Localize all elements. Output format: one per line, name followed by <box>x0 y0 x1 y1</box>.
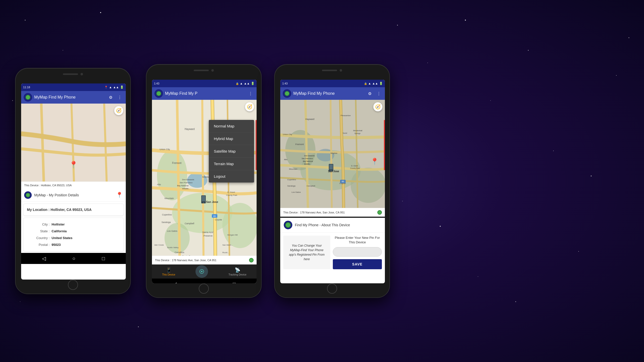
dropdown-hybrid-map[interactable]: Hybrid Map <box>209 132 254 145</box>
speaker-3 <box>322 70 337 71</box>
dropdown-logout[interactable]: Logout <box>209 170 254 183</box>
phone-3-dialog-left: You Can Change Your MyMap-Find Your Phon… <box>283 236 330 269</box>
svg-rect-102 <box>329 164 333 169</box>
recents-icon-2[interactable]: □ <box>233 281 236 284</box>
phone-1-map: 🧭 📍 <box>21 104 126 182</box>
dropdown-normal-map[interactable]: Normal Map <box>209 120 254 132</box>
svg-text:Hayward: Hayward <box>305 118 314 120</box>
svg-text:Don Edwards: Don Edwards <box>304 155 315 157</box>
phone-3-map-pin: 📍 <box>371 158 379 165</box>
svg-point-10 <box>465 20 466 21</box>
lock-icon-3: 🔒 <box>364 82 367 85</box>
phone-2-more-icon[interactable]: ⋮ <box>247 90 254 97</box>
phone-2-fab[interactable] <box>195 265 208 278</box>
phone-1-sheet-logo-inner <box>26 193 30 197</box>
phone-3-settings-icon[interactable]: ⚙ <box>366 90 373 97</box>
phone-3-home-btn[interactable] <box>327 284 337 294</box>
phone-2-this-device-tab[interactable]: 📱 This Device <box>162 267 175 276</box>
home-icon-2[interactable]: ○ <box>203 281 206 284</box>
svg-text:Hayward: Hayward <box>185 128 194 130</box>
phone-2-tracking-tab[interactable]: 📡 Tracking Device <box>228 267 246 276</box>
svg-text:D. Grant: D. Grant <box>227 191 235 193</box>
phone-3-notch <box>322 69 342 72</box>
phone-3-map: Hayward Pleasanton Union City Sunol Mend… <box>280 100 385 208</box>
phone-2-bottom-nav: 📱 This Device 📡 Tracking Device <box>152 264 257 279</box>
svg-point-75 <box>351 168 385 203</box>
lock-icon-2: 🔒 <box>236 82 239 85</box>
phone-1-compass-btn[interactable]: 🧭 <box>114 106 123 115</box>
back-icon-1[interactable]: ◁ <box>42 255 46 261</box>
phone-1-more-icon[interactable]: ⋮ <box>116 94 123 101</box>
phone-1-settings-icon[interactable]: ⚙ <box>107 94 114 101</box>
phone-1-map-pin: 📍 <box>69 161 78 169</box>
phone-3-pin-input-container[interactable] <box>333 247 382 257</box>
phone-1-status-icons: 📍 ▲ ▲▲ 🔋 <box>104 85 124 89</box>
phone-3-save-btn[interactable]: SAVE <box>333 259 382 269</box>
phone-2-device-marker <box>201 195 206 205</box>
phone-2-status-bar: 1:43 🔒 ▲ ▲▲ 🔋 <box>152 80 257 87</box>
phone-2-location-bar: This Device : 178 Narvaez Ave, San Jose,… <box>152 256 257 264</box>
back-icon-2[interactable]: ◁ <box>173 281 177 283</box>
phone-1-sheet-title: MyMap - My Position Details <box>34 193 79 197</box>
phone-3-compass-btn[interactable]: 🧭 <box>373 102 382 111</box>
signal-icon-3: ▲▲ <box>372 82 378 85</box>
svg-text:Union City: Union City <box>159 148 170 151</box>
phone-1-city-row: City : Hollister <box>27 221 120 228</box>
phone-3-location-bar: This Device : 178 Narvaez Ave, San Jose,… <box>280 208 385 217</box>
svg-point-34 <box>165 223 190 253</box>
svg-text:Los Gatos: Los Gatos <box>167 230 178 232</box>
svg-text:Mountain: Mountain <box>289 168 297 170</box>
phone-1-details-card: City : Hollister State : California Coun… <box>23 218 124 251</box>
phone-2-dropdown: Normal Map Hybrid Map Satellite Map Terr… <box>209 120 254 183</box>
phone-1-country-value: United States <box>52 236 72 240</box>
phone-1-logo-inner <box>25 95 30 100</box>
svg-point-33 <box>222 203 257 248</box>
svg-point-11 <box>490 100 491 101</box>
svg-text:Sierra Azul: Sierra Azul <box>202 231 213 234</box>
svg-text:lder Creek: lder Creek <box>154 244 164 246</box>
phone-3-device-marker <box>329 164 334 173</box>
phone-3-more-icon[interactable]: ⋮ <box>375 90 382 97</box>
recents-icon-1[interactable]: □ <box>102 256 105 261</box>
home-icon-1[interactable]: ○ <box>72 256 75 261</box>
svg-text:Santa Cruz: Santa Cruz <box>182 255 194 256</box>
phone-2-time: 1:43 <box>154 82 159 85</box>
phone-3-map-svg: Hayward Pleasanton Union City Sunol Mend… <box>280 100 385 208</box>
svg-point-26 <box>138 327 139 327</box>
phone-3-pin-input[interactable] <box>333 247 382 256</box>
svg-point-15 <box>616 75 617 76</box>
dropdown-terrain-map[interactable]: Terrain Map <box>209 158 254 170</box>
phone-1-home-btn[interactable] <box>68 280 78 290</box>
svg-text:Cupertino: Cupertino <box>162 213 172 216</box>
phone-1-sheet-logo <box>24 191 32 199</box>
phone-3: 1:43 🔒 ▲ ▲▲ 🔋 MyMap Find My Phone ⚙ ⋮ <box>274 64 390 298</box>
phone-1-sheet-pin: 📍 <box>116 192 123 198</box>
tracking-device-icon: 📡 <box>235 267 240 273</box>
svg-text:Los Gatos: Los Gatos <box>292 191 301 193</box>
phone-3-toolbar: ⚙ ⋮ <box>366 90 382 97</box>
svg-point-71 <box>201 271 203 272</box>
location-icon: 📍 <box>104 86 108 89</box>
svg-text:Milpitas: Milpitas <box>331 152 337 154</box>
phone-1-postal-row: Postal : 95023 <box>27 241 120 248</box>
signal-icon-2: ▲▲ <box>244 82 250 85</box>
phone-1-postal-value: 95023 <box>52 243 61 247</box>
battery-icon-3: 🔋 <box>379 82 383 85</box>
this-device-icon: 📱 <box>166 267 172 273</box>
phone-3-scrollbar <box>384 120 385 170</box>
svg-text:Morgan Hill: Morgan Hill <box>227 234 238 236</box>
svg-text:Saratoga: Saratoga <box>287 185 296 187</box>
phone-2-loc-dot <box>249 258 254 262</box>
svg-text:Fremont: Fremont <box>295 143 304 146</box>
svg-text:85: 85 <box>342 180 344 183</box>
phone-3-status-bar: 1:43 🔒 ▲ ▲▲ 🔋 <box>280 80 385 87</box>
svg-text:Pleasanton: Pleasanton <box>341 114 351 117</box>
phone-3-app-title: MyMap Find My Phone <box>293 91 364 96</box>
phone-2-compass-btn[interactable]: 🧭 <box>245 102 254 111</box>
svg-text:Corralitos: Corralitos <box>175 251 184 254</box>
dropdown-satellite-map[interactable]: Satellite Map <box>209 145 254 158</box>
phone-3-dialog-logo-inner <box>285 222 291 228</box>
svg-text:Saratoga: Saratoga <box>162 221 171 223</box>
phone-2-home-btn[interactable] <box>199 284 209 294</box>
phone-2-toolbar: ⋮ <box>247 90 254 97</box>
